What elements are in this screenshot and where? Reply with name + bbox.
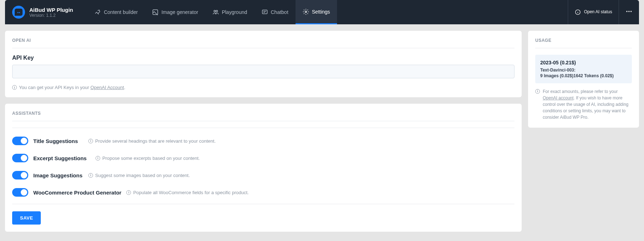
panel-title: USAGE	[535, 38, 632, 48]
toggle-woocommerce-generator[interactable]	[12, 188, 28, 197]
app-logo-icon: ●●	[12, 6, 25, 19]
assistant-row-image-suggestions: Image Suggestions iSuggest some images b…	[12, 167, 514, 184]
toggle-excerpt-suggestions[interactable]	[12, 154, 28, 162]
status-label: Open AI status	[584, 10, 612, 14]
users-icon	[213, 9, 219, 15]
pen-icon	[94, 9, 101, 15]
chat-icon	[262, 9, 268, 15]
dots-horizontal-icon	[625, 8, 633, 16]
openai-account-link[interactable]: OpenAI account	[543, 95, 574, 100]
info-icon: i	[535, 89, 540, 94]
nav-content-builder[interactable]: Content builder	[87, 0, 145, 24]
nav-chatbot[interactable]: Chatbot	[254, 0, 296, 24]
nav-settings[interactable]: Settings	[296, 0, 337, 24]
image-icon	[152, 9, 158, 15]
toggle-label: Title Suggestions	[33, 138, 83, 144]
info-icon: i	[88, 139, 93, 143]
usage-date: 2023-05 (0.21$)	[540, 60, 627, 65]
toggle-title-suggestions[interactable]	[12, 137, 28, 145]
toggle-label: WooCommerce Product Generator	[33, 190, 121, 196]
usage-summary: 2023-05 (0.21$) Text-Davinci-003: 9 Imag…	[535, 55, 632, 83]
more-menu-button[interactable]	[619, 0, 639, 24]
toggle-desc: iPropose some excerpts based on your con…	[96, 156, 200, 161]
usage-panel: USAGE 2023-05 (0.21$) Text-Davinci-003: …	[528, 31, 639, 128]
api-key-input[interactable]	[12, 65, 514, 78]
svg-point-6	[626, 11, 628, 12]
api-key-help: i You can get your API Keys in your Open…	[12, 85, 514, 90]
app-header: ●● AiBud WP Plugin Version: 1.1.2 Conten…	[5, 0, 639, 24]
toggle-label: Excerpt Suggestions	[33, 155, 91, 161]
assistant-row-title-suggestions: Title Suggestions iProvide several headi…	[12, 132, 514, 149]
toggle-desc: iPopulate all WooCommerce fields for a s…	[126, 190, 249, 195]
openai-account-link[interactable]: OpenAI Account	[91, 85, 124, 90]
panel-title: ASSISTANTS	[12, 111, 514, 121]
toggle-desc: iSuggest some images based on your conte…	[88, 173, 190, 178]
info-icon: i	[88, 173, 93, 178]
svg-point-1	[214, 10, 216, 12]
plugin-name: AiBud WP Plugin	[29, 7, 73, 13]
panel-title: OPEN AI	[12, 38, 514, 48]
nav-label: Settings	[312, 9, 330, 15]
openai-status-link[interactable]: Open AI status	[568, 0, 619, 24]
info-icon: i	[96, 156, 100, 161]
svg-point-7	[628, 11, 629, 12]
nav-label: Playground	[222, 9, 247, 15]
usage-model: Text-Davinci-003:	[540, 68, 627, 73]
nav-image-generator[interactable]: Image generator	[145, 0, 205, 24]
assistant-row-excerpt-suggestions: Excerpt Suggestions iPropose some excerp…	[12, 149, 514, 167]
gear-icon	[303, 9, 309, 15]
info-icon: i	[12, 85, 17, 90]
svg-point-4	[305, 11, 307, 13]
nav-label: Content builder	[104, 9, 138, 15]
nav-playground[interactable]: Playground	[205, 0, 254, 24]
svg-point-2	[216, 10, 218, 12]
toggle-label: Image Suggestions	[33, 172, 83, 178]
toggle-desc: iProvide several headings that are relev…	[88, 138, 216, 144]
assistant-row-woocommerce-generator: WooCommerce Product Generator iPopulate …	[12, 184, 514, 201]
plugin-version: Version: 1.1.2	[29, 13, 73, 18]
toggle-image-suggestions[interactable]	[12, 171, 28, 179]
save-button[interactable]: SAVE	[12, 211, 41, 225]
assistants-panel: ASSISTANTS Title Suggestions iProvide se…	[5, 104, 522, 232]
svg-rect-3	[262, 10, 267, 14]
nav-label: Chatbot	[271, 9, 288, 15]
usage-details: 9 Images (0.02$)1642 Tokens (0.02$)	[540, 73, 627, 78]
openai-panel: OPEN AI API Key i You can get your API K…	[5, 31, 522, 97]
nav-label: Image generator	[161, 9, 198, 15]
usage-note: i For exact amounts, please refer to you…	[535, 88, 632, 121]
main-nav: Content builder Image generator Playgrou…	[87, 0, 337, 24]
api-key-label: API Key	[12, 55, 514, 61]
info-icon: i	[126, 190, 131, 195]
info-circle-icon	[575, 9, 581, 15]
svg-point-8	[630, 11, 631, 12]
logo-section: ●● AiBud WP Plugin Version: 1.1.2	[12, 6, 73, 19]
